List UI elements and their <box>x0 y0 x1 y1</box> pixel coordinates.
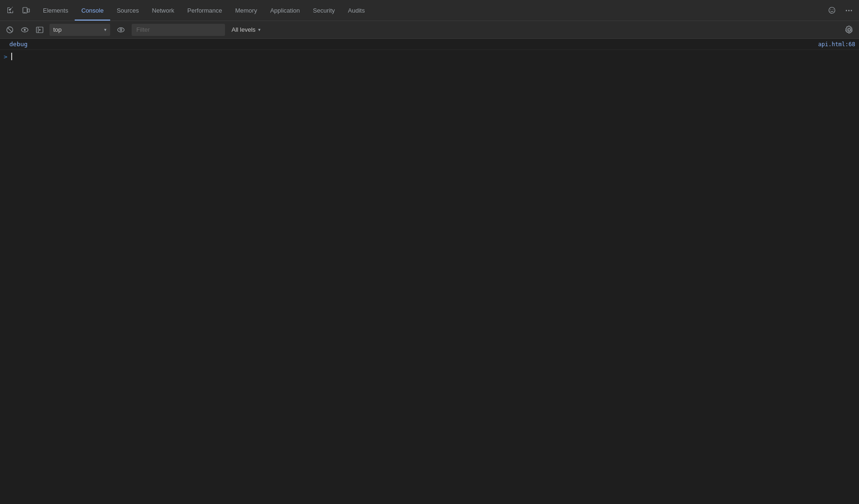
svg-marker-12 <box>39 29 41 31</box>
tab-performance[interactable]: Performance <box>181 0 228 21</box>
console-prompt-icon: > <box>4 53 7 60</box>
svg-point-13 <box>118 28 124 32</box>
live-expressions-button[interactable] <box>115 24 127 36</box>
tab-elements[interactable]: Elements <box>36 0 75 21</box>
emoji-feedback-button[interactable] <box>825 4 838 17</box>
svg-point-14 <box>120 29 122 31</box>
svg-point-3 <box>829 7 835 14</box>
tab-console[interactable]: Console <box>75 0 110 21</box>
svg-point-4 <box>831 9 831 10</box>
console-input-line[interactable]: > <box>0 50 859 63</box>
tab-application[interactable]: Application <box>264 0 307 21</box>
device-toolbar-button[interactable] <box>20 4 33 17</box>
svg-rect-0 <box>23 7 27 13</box>
settings-button[interactable] <box>843 24 855 36</box>
tab-memory[interactable]: Memory <box>229 0 264 21</box>
svg-rect-1 <box>28 9 29 12</box>
tab-audits[interactable]: Audits <box>341 0 371 21</box>
log-levels-button[interactable]: All levels ▾ <box>228 24 264 36</box>
clear-console-button[interactable] <box>4 24 16 36</box>
preserve-log-button[interactable] <box>19 24 31 36</box>
svg-point-9 <box>24 29 26 31</box>
inspect-element-button[interactable] <box>4 4 17 17</box>
console-cursor <box>11 53 12 60</box>
svg-line-7 <box>8 28 12 32</box>
console-toolbar: top ▾ All levels ▾ <box>0 21 859 39</box>
toolbar-right-icons: ⋯ <box>825 4 855 17</box>
show-sidebar-button[interactable] <box>34 24 46 36</box>
tabs-bar: Elements Console Sources Network Perform… <box>0 0 859 21</box>
context-selector[interactable]: top ▾ <box>49 24 110 36</box>
filter-input[interactable] <box>132 24 225 36</box>
console-log-entry: debug api.html:68 <box>0 39 859 50</box>
console-output[interactable]: debug api.html:68 > <box>0 39 859 504</box>
tab-security[interactable]: Security <box>306 0 341 21</box>
svg-point-5 <box>833 9 834 10</box>
tab-sources[interactable]: Sources <box>110 0 146 21</box>
more-options-button[interactable]: ⋯ <box>842 4 855 17</box>
toolbar-left-icons <box>4 4 33 17</box>
tab-network[interactable]: Network <box>146 0 181 21</box>
